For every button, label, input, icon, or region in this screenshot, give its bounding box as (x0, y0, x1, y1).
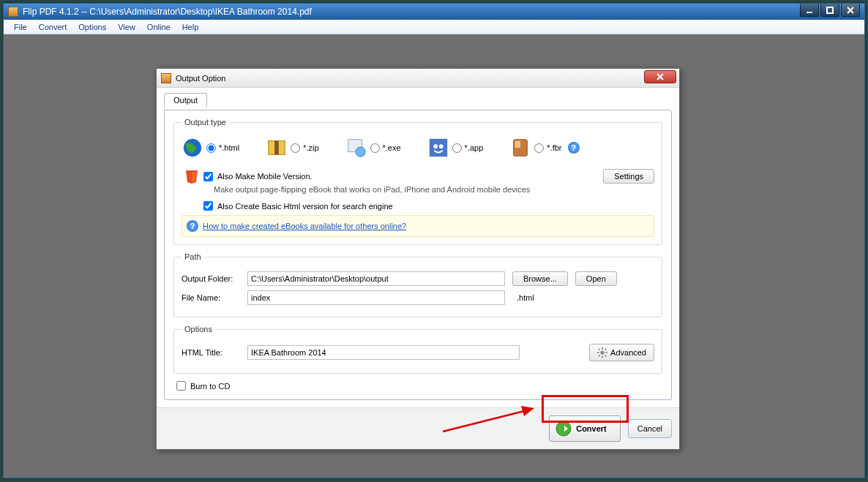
label-app: *.app (465, 143, 484, 152)
path-group: Path Output Folder: Browse... Open File … (173, 252, 662, 317)
label-exe: *.exe (383, 143, 401, 152)
menu-help[interactable]: Help (176, 21, 205, 33)
menubar: File Convert Options View Online Help (4, 20, 864, 34)
radio-zip[interactable] (291, 143, 300, 153)
menu-options[interactable]: Options (72, 21, 112, 33)
svg-rect-1 (827, 7, 833, 13)
dialog-footer: Convert Cancel (157, 407, 679, 449)
gear-icon (597, 347, 607, 358)
advanced-button[interactable]: Advanced (589, 344, 654, 361)
checkbox-mobile[interactable] (203, 172, 213, 181)
fbr-icon (509, 137, 531, 159)
html5-icon (184, 169, 199, 184)
app-icon-mac (427, 137, 449, 159)
svg-line-24 (605, 349, 607, 350)
tab-output[interactable]: Output (164, 93, 207, 108)
checkbox-basic-html[interactable] (203, 201, 213, 211)
options-group: Options HTML Title: Advanced (173, 325, 662, 374)
convert-button[interactable]: Convert (549, 415, 621, 442)
label-zip: *.zip (303, 143, 318, 152)
output-type-group: Output type *.html *.zip (173, 118, 662, 245)
output-type-legend: Output type (182, 118, 229, 127)
help-icon[interactable]: ? (568, 142, 580, 154)
app-icon (8, 7, 18, 17)
window-title: Flip PDF 4.1.2 -- C:\Users\Administrator… (23, 7, 860, 17)
output-option-dialog: Output Option Output Output type *.html (156, 68, 680, 450)
info-row: ? How to make created eBooks available f… (182, 215, 654, 237)
options-legend: Options (182, 325, 215, 334)
label-burn: Burn to CD (190, 382, 230, 391)
output-folder-input[interactable] (247, 271, 505, 286)
svg-line-22 (605, 355, 607, 357)
titlebar[interactable]: Flip PDF 4.1.2 -- C:\Users\Administrator… (4, 4, 864, 20)
settings-button[interactable]: Settings (603, 169, 654, 184)
dialog-icon (161, 73, 171, 83)
maximize-button[interactable] (820, 4, 839, 17)
checkbox-burn[interactable] (176, 381, 186, 391)
path-legend: Path (182, 252, 204, 261)
convert-label: Convert (576, 424, 607, 433)
exe-icon (345, 137, 367, 159)
mobile-subtext: Make output page-flipping eBook that wor… (214, 185, 654, 198)
dialog-titlebar[interactable]: Output Option (157, 69, 679, 88)
label-basic-html: Also Create Basic Html version for searc… (217, 202, 393, 211)
svg-point-25 (556, 421, 571, 436)
zip-icon (266, 137, 288, 159)
label-fbr: *.fbr (547, 143, 561, 152)
tabstrip: Output (164, 92, 672, 107)
radio-app[interactable] (452, 143, 462, 153)
menu-view[interactable]: View (112, 21, 141, 33)
filename-input[interactable] (247, 290, 505, 305)
browse-button[interactable]: Browse... (512, 271, 568, 286)
arrow-right-icon (555, 421, 572, 437)
info-icon: ? (187, 220, 198, 232)
radio-exe[interactable] (370, 143, 380, 153)
advanced-label: Advanced (610, 348, 646, 357)
radio-fbr[interactable] (534, 143, 544, 153)
menu-convert[interactable]: Convert (33, 21, 73, 33)
svg-point-13 (439, 144, 444, 148)
howto-link[interactable]: How to make created eBooks available for… (203, 222, 406, 230)
menu-file[interactable]: File (8, 21, 33, 33)
html-title-label: HTML Title: (182, 348, 240, 357)
svg-point-16 (600, 350, 604, 354)
svg-line-21 (599, 349, 600, 350)
cancel-button[interactable]: Cancel (628, 419, 672, 438)
globe-icon (182, 137, 203, 159)
svg-rect-8 (274, 141, 279, 155)
label-html: *.html (219, 143, 239, 152)
radio-html[interactable] (206, 143, 216, 153)
svg-rect-11 (429, 139, 446, 157)
close-button[interactable] (841, 4, 860, 17)
label-mobile: Also Make Mobile Version. (217, 172, 313, 181)
svg-point-10 (356, 147, 365, 157)
output-folder-label: Output Folder: (182, 274, 240, 283)
html-title-input[interactable] (247, 345, 520, 360)
filename-ext: .html (517, 293, 534, 302)
svg-rect-15 (515, 141, 521, 148)
minimize-button[interactable] (800, 4, 819, 17)
menu-online[interactable]: Online (141, 21, 176, 33)
tab-output-pane: Output type *.html *.zip (164, 110, 672, 400)
svg-point-12 (433, 144, 438, 148)
filename-label: File Name: (182, 293, 240, 302)
dialog-title: Output Option (176, 74, 226, 83)
dialog-close-button[interactable] (644, 70, 676, 83)
svg-line-23 (599, 355, 600, 357)
open-button[interactable]: Open (575, 271, 617, 286)
